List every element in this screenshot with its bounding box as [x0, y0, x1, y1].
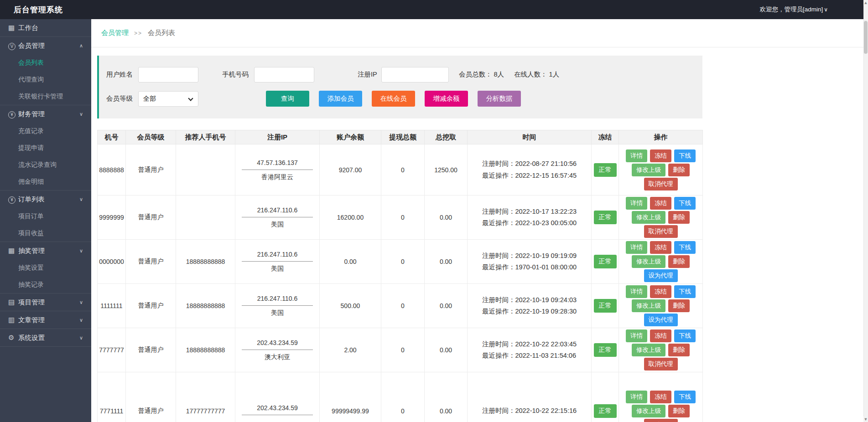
status-badge[interactable]: 正常: [594, 299, 617, 313]
sidebar-subitem-提现申请[interactable]: 提现申请: [0, 139, 91, 156]
delete-button[interactable]: 删除: [668, 299, 690, 312]
delete-button[interactable]: 删除: [668, 211, 690, 224]
freeze-button[interactable]: 冻结: [650, 197, 671, 210]
delete-button[interactable]: 删除: [668, 344, 690, 356]
detail-button[interactable]: 详情: [626, 391, 647, 403]
cell-phone: 7777777: [98, 328, 126, 372]
member-level-select[interactable]: 全部: [138, 91, 198, 107]
column-header-冻结: 冻结: [592, 130, 619, 144]
filter-button-增减余额[interactable]: 增减余额: [425, 91, 468, 107]
table-row: 8888888普通用户47.57.136.137香港阿里云9207.000125…: [98, 144, 703, 196]
cell-level: 普通用户: [126, 144, 176, 196]
scroll-down-arrow-icon[interactable]: ▼: [863, 417, 868, 422]
sidebar-subitem-流水记录查询[interactable]: 流水记录查询: [0, 156, 91, 173]
phone-input[interactable]: [254, 67, 314, 82]
delete-button[interactable]: 删除: [668, 405, 690, 417]
welcome-text: 欢迎您，管理员[admin]: [759, 6, 823, 13]
sidebar-subitem-会员列表[interactable]: 会员列表: [0, 54, 91, 71]
sidebar-subitem-充值记录[interactable]: 充值记录: [0, 123, 91, 139]
filter-button-添加会员[interactable]: 添加会员: [319, 91, 362, 107]
agent-toggle-button[interactable]: 取消代理: [644, 178, 678, 190]
cell-status: 正常: [592, 284, 619, 328]
table-header-row: 机号会员等级推荐人手机号注册IP账户余额提现总额总挖取时间冻结操作: [98, 130, 703, 144]
filter-button-在线会员[interactable]: 在线会员: [372, 91, 415, 107]
modify-parent-button[interactable]: 修改上级: [632, 255, 665, 268]
freeze-button[interactable]: 冻结: [650, 391, 671, 403]
op-line-2: 修改上级删除: [619, 299, 702, 312]
cell-time: 注册时间：2022-10-19 09:24:03最近操作：2022-10-19 …: [468, 284, 592, 328]
agent-toggle-button[interactable]: 取消代理: [644, 419, 678, 422]
sidebar-subitem-项目订单[interactable]: 项目订单: [0, 208, 91, 225]
sidebar-item-订单列表[interactable]: ¥订单列表∨: [0, 190, 91, 208]
sidebar-subitem-抽奖设置[interactable]: 抽奖设置: [0, 259, 91, 276]
sidebar-item-label: 项目管理: [18, 298, 45, 307]
breadcrumb-section-link[interactable]: 会员管理: [101, 29, 129, 37]
agent-toggle-button[interactable]: 取消代理: [644, 358, 678, 371]
time-last-operation: 最近操作：2022-12-15 16:57:45: [482, 170, 577, 181]
user-menu[interactable]: 欢迎您，管理员[admin]∨: [759, 5, 828, 14]
username-input[interactable]: [138, 67, 198, 82]
freeze-button[interactable]: 冻结: [650, 329, 671, 342]
agent-toggle-button[interactable]: 设为代理: [644, 314, 678, 326]
time-register: 注册时间：2022-10-22 22:03:45: [482, 339, 577, 350]
sidebar-item-抽奖管理[interactable]: ▦抽奖管理∨: [0, 242, 91, 259]
sidebar-item-财务管理[interactable]: ¥财务管理∨: [0, 105, 91, 123]
offline-button[interactable]: 下线: [674, 329, 696, 342]
status-badge[interactable]: 正常: [594, 211, 617, 224]
sidebar-item-项目管理[interactable]: ▤项目管理∨: [0, 293, 91, 311]
cell-total-mined: 0.00: [425, 284, 468, 328]
status-badge[interactable]: 正常: [594, 343, 617, 357]
status-badge[interactable]: 正常: [594, 163, 617, 177]
sidebar-subitem-代理查询[interactable]: 代理查询: [0, 71, 91, 88]
freeze-button[interactable]: 冻结: [650, 241, 671, 254]
delete-button[interactable]: 删除: [668, 164, 690, 176]
freeze-button[interactable]: 冻结: [650, 285, 671, 298]
detail-button[interactable]: 详情: [626, 149, 647, 162]
detail-button[interactable]: 详情: [626, 197, 647, 210]
filter-button-查询[interactable]: 查询: [266, 91, 309, 107]
time-lines: 注册时间：2022-10-22 22:15:16: [482, 405, 577, 417]
time-lines: 注册时间：2022-10-19 09:19:09最近操作：1970-01-01 …: [482, 250, 577, 273]
time-register: 注册时间：2022-08-27 21:10:56: [482, 158, 577, 170]
scrollbar-thumb[interactable]: [864, 21, 868, 54]
register-ip-input[interactable]: [381, 67, 449, 82]
status-badge[interactable]: 正常: [594, 404, 617, 418]
modify-parent-button[interactable]: 修改上级: [632, 344, 665, 356]
cell-balance: 500.00: [320, 284, 381, 328]
sidebar-subitem-抽奖记录[interactable]: 抽奖记录: [0, 276, 91, 293]
sidebar-item-系统设置[interactable]: ⚙系统设置∨: [0, 329, 91, 346]
modify-parent-button[interactable]: 修改上级: [632, 405, 665, 417]
sidebar-item-工作台[interactable]: ▦工作台: [0, 19, 91, 36]
cell-withdraw-total: 0: [381, 144, 425, 196]
filter-button-分析数据[interactable]: 分析数据: [478, 91, 521, 107]
scroll-up-arrow-icon[interactable]: ▲: [863, 0, 868, 5]
offline-button[interactable]: 下线: [674, 391, 696, 403]
detail-button[interactable]: 详情: [626, 241, 647, 254]
cell-register-ip: 216.247.110.6美国: [235, 240, 320, 284]
agent-toggle-button[interactable]: 取消代理: [644, 225, 678, 238]
agent-toggle-button[interactable]: 设为代理: [644, 269, 678, 282]
cell-referrer: 18888888888: [176, 240, 235, 284]
detail-button[interactable]: 详情: [626, 329, 647, 342]
delete-button[interactable]: 删除: [668, 255, 690, 268]
modify-parent-button[interactable]: 修改上级: [632, 164, 665, 176]
sidebar-item-会员管理[interactable]: V会员管理∧: [0, 37, 91, 54]
sidebar-subitem-关联银行卡管理[interactable]: 关联银行卡管理: [0, 88, 91, 105]
cell-time: 注册时间：2022-10-19 09:19:09最近操作：1970-01-01 …: [468, 240, 592, 284]
sidebar-subitem-佣金明细[interactable]: 佣金明细: [0, 173, 91, 190]
sidebar-item-文章管理[interactable]: ▥文章管理∨: [0, 311, 91, 329]
offline-button[interactable]: 下线: [674, 241, 696, 254]
offline-button[interactable]: 下线: [674, 149, 696, 162]
modify-parent-button[interactable]: 修改上级: [632, 211, 665, 224]
vertical-scrollbar[interactable]: ▲ ▼: [863, 0, 868, 422]
offline-button[interactable]: 下线: [674, 197, 696, 210]
chevron-down-icon: ∨: [79, 335, 83, 341]
modify-parent-button[interactable]: 修改上级: [632, 299, 665, 312]
cell-time: 注册时间：2022-08-27 21:10:56最近操作：2022-12-15 …: [468, 144, 592, 196]
detail-button[interactable]: 详情: [626, 285, 647, 298]
status-badge[interactable]: 正常: [594, 255, 617, 268]
sidebar-subitem-项目收益[interactable]: 项目收益: [0, 225, 91, 242]
cell-time: 注册时间：2022-10-17 13:22:23最近操作：2022-10-23 …: [468, 196, 592, 240]
offline-button[interactable]: 下线: [674, 285, 696, 298]
freeze-button[interactable]: 冻结: [650, 149, 671, 162]
